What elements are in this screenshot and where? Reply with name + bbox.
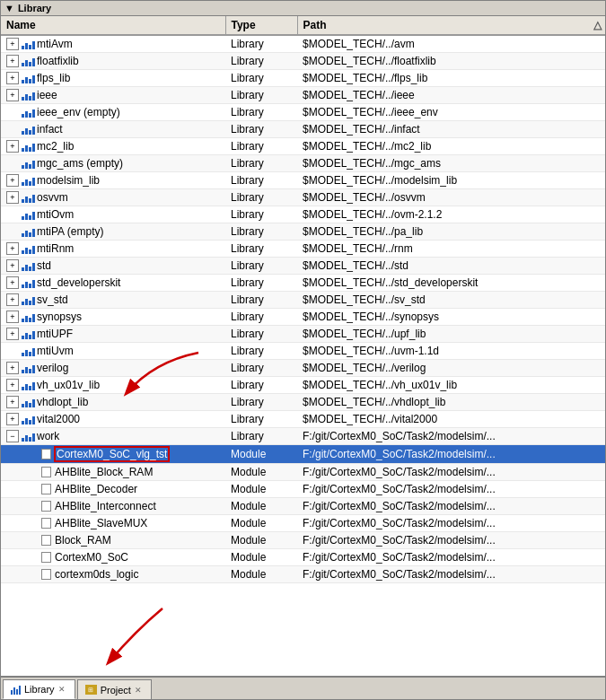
- library-icon: [21, 55, 35, 67]
- tab-bar: Library ✕ ⊞ Project ✕: [1, 676, 605, 699]
- expand-btn[interactable]: [6, 174, 19, 187]
- cell-name: AHBlite_SlaveMUX: [1, 515, 225, 532]
- table-row[interactable]: mtiOvm Library$MODEL_TECH/../ovm-2.1.2: [1, 206, 605, 223]
- row-name-label: CortexM0_SoC_vlg_tst: [55, 447, 169, 461]
- table-row[interactable]: AHBlite_Block_RAM ModuleF:/git/CortexM0_…: [1, 464, 605, 481]
- library-icon: [21, 72, 35, 84]
- table-row[interactable]: vital2000 Library$MODEL_TECH/../vital200…: [1, 411, 605, 428]
- table-row[interactable]: std Library$MODEL_TECH/../std: [1, 258, 605, 275]
- expand-btn[interactable]: [6, 430, 19, 442]
- table-row[interactable]: verilog Library$MODEL_TECH/../verilog: [1, 360, 605, 377]
- expand-btn[interactable]: [6, 379, 19, 391]
- expand-btn[interactable]: [6, 242, 19, 255]
- col-header-type[interactable]: Type: [225, 16, 297, 35]
- cell-path: $MODEL_TECH/../modelsim_lib: [297, 172, 605, 189]
- table-row[interactable]: osvvm Library$MODEL_TECH/../osvvm: [1, 189, 605, 206]
- cell-type: Library: [225, 35, 297, 53]
- row-name-label: vital2000: [37, 413, 80, 425]
- expand-btn[interactable]: [6, 140, 19, 153]
- table-row[interactable]: mc2_lib Library$MODEL_TECH/../mc2_lib: [1, 138, 605, 155]
- tab-library-icon: [11, 685, 21, 695]
- library-icon: [21, 157, 35, 170]
- cell-type: Module: [225, 515, 297, 532]
- tab-library-close[interactable]: ✕: [58, 685, 67, 694]
- table-row[interactable]: std_developerskit Library$MODEL_TECH/../…: [1, 275, 605, 292]
- table-row[interactable]: floatfixlib Library$MODEL_TECH/../floatf…: [1, 53, 605, 70]
- library-icon: [21, 293, 35, 306]
- cell-path: $MODEL_TECH/../std: [297, 258, 605, 275]
- table-row[interactable]: mtiAvm Library$MODEL_TECH/../avm: [1, 35, 605, 53]
- tab-project[interactable]: ⊞ Project ✕: [77, 679, 152, 699]
- table-row[interactable]: AHBlite_Decoder ModuleF:/git/CortexM0_So…: [1, 481, 605, 498]
- cell-path: $MODEL_TECH/../synopsys: [297, 309, 605, 326]
- tab-library[interactable]: Library ✕: [3, 679, 75, 699]
- cell-type: Module: [225, 549, 297, 566]
- table-row[interactable]: mtiRnm Library$MODEL_TECH/../rnm: [1, 241, 605, 258]
- col-header-path[interactable]: Path △: [297, 16, 605, 35]
- expand-btn[interactable]: [6, 396, 19, 408]
- row-name-label: AHBlite_Interconnect: [55, 500, 156, 512]
- library-icon: [21, 191, 35, 204]
- table-row[interactable]: work LibraryF:/git/CortexM0_SoC/Task2/mo…: [1, 428, 605, 445]
- row-name-label: infact: [37, 123, 63, 136]
- cell-type: Library: [225, 326, 297, 343]
- cell-type: Library: [225, 241, 297, 258]
- expand-btn[interactable]: [6, 55, 19, 67]
- table-row[interactable]: mtiPA (empty) Library$MODEL_TECH/../pa_l…: [1, 223, 605, 241]
- table-row[interactable]: CortexM0_SoC ModuleF:/git/CortexM0_SoC/T…: [1, 549, 605, 566]
- tab-project-close[interactable]: ✕: [135, 686, 144, 695]
- table-row[interactable]: mgc_ams (empty) Library$MODEL_TECH/../mg…: [1, 155, 605, 172]
- library-icon: [21, 123, 35, 136]
- table-row[interactable]: cortexm0ds_logic ModuleF:/git/CortexM0_S…: [1, 566, 605, 583]
- table-row[interactable]: flps_lib Library$MODEL_TECH/../flps_lib: [1, 70, 605, 87]
- library-window: ▼ Library Name Type Path: [0, 0, 606, 700]
- cell-name: vital2000: [1, 411, 225, 428]
- cell-path: $MODEL_TECH/../flps_lib: [297, 70, 605, 87]
- table-row[interactable]: modelsim_lib Library$MODEL_TECH/../model…: [1, 172, 605, 189]
- cell-name: work: [1, 428, 225, 445]
- table-row[interactable]: mtiUvm Library$MODEL_TECH/../uvm-1.1d: [1, 343, 605, 360]
- table-row[interactable]: AHBlite_SlaveMUX ModuleF:/git/CortexM0_S…: [1, 515, 605, 532]
- expand-btn[interactable]: [6, 276, 19, 289]
- cell-name: mtiPA (empty): [1, 223, 225, 241]
- expand-btn[interactable]: [6, 413, 19, 425]
- expand-btn[interactable]: [6, 72, 19, 84]
- cell-path: $MODEL_TECH/../pa_lib: [297, 223, 605, 241]
- expand-btn[interactable]: [6, 328, 19, 340]
- cell-name: std_developerskit: [1, 275, 225, 292]
- table-row[interactable]: vhdlopt_lib Library$MODEL_TECH/../vhdlop…: [1, 394, 605, 411]
- col-header-name[interactable]: Name: [1, 16, 225, 35]
- row-name-label: CortexM0_SoC: [55, 551, 128, 564]
- table-row[interactable]: mtiUPF Library$MODEL_TECH/../upf_lib: [1, 326, 605, 343]
- table-row[interactable]: infact Library$MODEL_TECH/../infact: [1, 121, 605, 138]
- table-row[interactable]: vh_ux01v_lib Library$MODEL_TECH/../vh_ux…: [1, 377, 605, 394]
- table-row[interactable]: AHBlite_Interconnect ModuleF:/git/Cortex…: [1, 498, 605, 515]
- cell-name: synopsys: [1, 309, 225, 326]
- table-row[interactable]: CortexM0_SoC_vlg_tst ModuleF:/git/Cortex…: [1, 445, 605, 464]
- library-icon: [21, 413, 35, 425]
- library-table-container[interactable]: Name Type Path △ mtiAvm: [1, 16, 605, 676]
- library-icon: [21, 140, 35, 153]
- table-row[interactable]: synopsys Library$MODEL_TECH/../synopsys: [1, 309, 605, 326]
- cell-type: Library: [225, 343, 297, 360]
- expand-btn[interactable]: [6, 38, 19, 50]
- table-row[interactable]: sv_std Library$MODEL_TECH/../sv_std: [1, 292, 605, 309]
- table-row[interactable]: ieee Library$MODEL_TECH/../ieee: [1, 87, 605, 104]
- cell-type: Library: [225, 309, 297, 326]
- cell-type: Library: [225, 87, 297, 104]
- table-row[interactable]: ieee_env (empty) Library$MODEL_TECH/../i…: [1, 104, 605, 121]
- expand-btn[interactable]: [6, 293, 19, 306]
- library-icon: [21, 311, 35, 323]
- expand-btn[interactable]: [6, 89, 19, 101]
- cell-type: Library: [225, 206, 297, 223]
- library-icon: [21, 106, 35, 118]
- expand-btn[interactable]: [6, 311, 19, 323]
- table-row[interactable]: Block_RAM ModuleF:/git/CortexM0_SoC/Task…: [1, 532, 605, 549]
- row-name-label: std: [37, 259, 51, 272]
- expand-btn[interactable]: [6, 362, 19, 374]
- row-name-label: sv_std: [37, 293, 68, 306]
- row-name-label: floatfixlib: [37, 55, 79, 67]
- expand-btn[interactable]: [6, 259, 19, 272]
- expand-btn[interactable]: [6, 191, 19, 204]
- cell-name: cortexm0ds_logic: [1, 566, 225, 583]
